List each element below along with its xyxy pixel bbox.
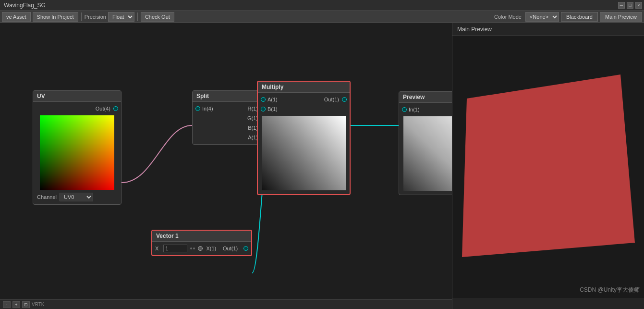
vector1-x-input[interactable] <box>163 245 187 252</box>
vector1-out-port[interactable] <box>243 246 248 251</box>
multiply-b-port[interactable] <box>261 107 266 111</box>
uv-canvas <box>40 115 114 190</box>
svg-marker-0 <box>462 74 635 257</box>
minimize-button[interactable]: ─ <box>618 2 625 9</box>
vector1-node-body: X X(1) Out(1) <box>152 242 251 255</box>
toolbar-right: Color Mode <None> Blackboard Main Previe… <box>494 12 642 22</box>
flag-svg <box>452 36 644 298</box>
preview-in-port[interactable] <box>402 107 407 112</box>
uv-node: UV Out(4) Channel UV0 UV1 <box>33 90 122 205</box>
toolbar-separator-2 <box>137 12 138 21</box>
multiply-canvas <box>262 116 346 190</box>
multiply-node-body: A(1) Out(1) B(1) <box>258 93 350 194</box>
multiply-b-row: B(1) <box>258 104 350 114</box>
title-bar: WavingFlag_SG ─ □ × <box>0 0 644 11</box>
multiply-preview <box>262 116 346 190</box>
channel-row: Channel UV0 UV1 <box>33 192 121 202</box>
main-preview-header: Main Preview <box>452 23 644 36</box>
uv-out-port[interactable] <box>113 106 118 111</box>
title-bar-controls: ─ □ × <box>618 2 642 9</box>
split-in-port[interactable] <box>195 106 200 111</box>
uv-node-header: UV <box>33 91 121 102</box>
multiply-node: Multiply A(1) Out(1) B(1) <box>257 81 351 195</box>
bottom-bar: - + ⊡ VRTK <box>0 299 452 309</box>
check-out-button[interactable]: Check Out <box>141 12 174 22</box>
vector1-node-header: Vector 1 <box>152 231 251 242</box>
vector1-node: Vector 1 X X(1) Out(1) <box>151 230 252 256</box>
vector1-x-out-port[interactable] <box>198 246 203 251</box>
uv-node-body: Out(4) Channel UV0 UV1 <box>33 102 121 204</box>
vrtk-label: VRTK <box>32 302 45 307</box>
blackboard-tab[interactable]: Blackboard <box>561 12 598 22</box>
main-preview-canvas: CSDN @Unity李大傻师 <box>452 36 644 298</box>
color-mode-label: Color Mode <box>494 14 522 20</box>
precision-select[interactable]: Float Half <box>108 12 134 22</box>
main-preview-tab[interactable]: Main Preview <box>600 12 642 22</box>
fit-button[interactable]: ⊡ <box>22 301 30 308</box>
zoom-in-button[interactable]: + <box>12 301 20 308</box>
uv-preview <box>40 115 114 190</box>
multiply-node-header: Multiply <box>258 82 350 93</box>
show-in-project-button[interactable]: Show In Project <box>33 12 78 22</box>
precision-label: Precision <box>85 14 106 20</box>
channel-label: Channel <box>37 194 57 200</box>
title-bar-text: WavingFlag_SG <box>4 2 46 9</box>
dots-indicator <box>190 247 195 249</box>
multiply-a-row: A(1) Out(1) <box>258 95 350 104</box>
watermark: CSDN @Unity李大傻师 <box>580 286 640 294</box>
multiply-out-port[interactable] <box>342 97 347 102</box>
canvas-area: UV Out(4) Channel UV0 UV1 Split <box>0 23 644 309</box>
bottom-controls: - + ⊡ <box>3 301 30 308</box>
dot-1 <box>190 247 192 249</box>
main-preview-panel: Main Preview CSDN @Unity李大傻师 <box>452 23 644 309</box>
close-button[interactable]: × <box>635 2 642 9</box>
save-asset-button[interactable]: ve Asset <box>2 12 31 22</box>
zoom-out-button[interactable]: - <box>3 301 11 308</box>
uv-out-row: Out(4) <box>33 104 121 113</box>
vector1-x-row: X X(1) Out(1) <box>152 244 251 253</box>
multiply-a-port[interactable] <box>261 97 266 102</box>
color-mode-select[interactable]: <None> <box>525 12 559 22</box>
channel-select[interactable]: UV0 UV1 <box>60 193 93 201</box>
toolbar-separator-1 <box>81 12 82 21</box>
dot-2 <box>193 247 195 249</box>
maximize-button[interactable]: □ <box>627 2 633 9</box>
toolbar: ve Asset Show In Project Precision Float… <box>0 11 644 23</box>
